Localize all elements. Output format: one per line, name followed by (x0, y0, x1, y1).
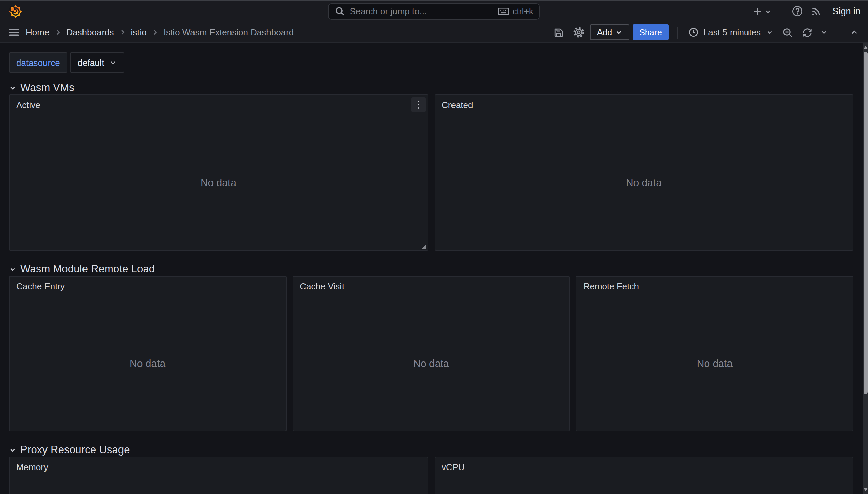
chevron-down-icon (110, 59, 117, 66)
chevron-up-icon (850, 28, 859, 37)
zoom-out-icon (782, 27, 793, 38)
panel-title[interactable]: Created (442, 100, 473, 110)
panel-row-proxy-resource-usage: Memory vCPU (9, 457, 853, 494)
mega-menu-button[interactable] (5, 24, 22, 40)
variable-value: default (78, 57, 104, 68)
vertical-scrollbar (863, 43, 868, 494)
grafana-logo-icon (9, 4, 22, 18)
panel-body: No data (10, 296, 285, 431)
search-shortcut: ctrl+k (498, 6, 533, 16)
dashboard-toolbar: Home Dashboards istio Istio Wasm Extensi… (0, 22, 868, 43)
add-panel-button[interactable]: Add (590, 24, 629, 40)
section-header-wasm-module-remote-load[interactable]: Wasm Module Remote Load (9, 262, 853, 276)
panel-memory: Memory (9, 457, 428, 494)
chevron-down-icon (615, 29, 622, 36)
panel-header: Memory (10, 457, 427, 476)
no-data-message: No data (626, 176, 662, 188)
scrollbar-up-arrow[interactable] (863, 46, 867, 49)
collapse-toolbar-button[interactable] (846, 24, 863, 40)
section-title: Proxy Resource Usage (20, 444, 130, 456)
scrollbar-down-arrow[interactable] (863, 488, 867, 491)
breadcrumb-current-dashboard: Istio Wasm Extension Dashboard (164, 27, 294, 37)
chevron-right-icon (54, 29, 61, 36)
shortcut-label: ctrl+k (513, 6, 533, 16)
menu-hamburger-icon (8, 27, 19, 38)
panel-cache-entry: Cache Entry No data (9, 276, 286, 431)
breadcrumb-dashboards[interactable]: Dashboards (66, 27, 114, 37)
top-nav: Search or jump to... ctrl+k (0, 0, 868, 22)
panel-title[interactable]: Active (16, 100, 40, 110)
toolbar-actions: Add Share Last 5 minutes (551, 24, 863, 40)
panel-header: Cache Visit (293, 277, 569, 296)
chevron-down-icon (820, 29, 828, 36)
panel-title[interactable]: vCPU (442, 462, 465, 472)
panel-title[interactable]: Remote Fetch (584, 281, 639, 291)
no-data-message: No data (130, 357, 165, 369)
dashboard-settings-button[interactable] (571, 24, 587, 40)
panel-title[interactable]: Memory (16, 462, 48, 472)
panel-header: Active (10, 95, 427, 114)
section-title: Wasm VMs (20, 82, 74, 94)
chevron-down-icon (9, 265, 16, 273)
chevron-right-icon (151, 29, 159, 36)
search-placeholder: Search or jump to... (350, 6, 493, 16)
search-input[interactable]: Search or jump to... ctrl+k (328, 3, 540, 19)
keyboard-icon (498, 6, 509, 16)
share-button[interactable]: Share (632, 24, 669, 40)
panel-title[interactable]: Cache Entry (16, 281, 65, 291)
panel-header: Created (435, 95, 853, 114)
grafana-logo[interactable] (7, 3, 24, 19)
resize-corner-icon[interactable] (421, 244, 426, 249)
panel-body: No data (435, 114, 853, 250)
dashboard-content: datasource default Wasm VMs Active (0, 43, 868, 494)
panel-header: Cache Entry (10, 277, 285, 296)
clock-icon (688, 27, 699, 37)
save-dashboard-button[interactable] (551, 24, 567, 40)
no-data-message: No data (697, 357, 733, 369)
chevron-down-icon (765, 29, 773, 36)
refresh-interval-button[interactable] (818, 24, 829, 40)
divider (677, 26, 678, 38)
time-range-picker[interactable]: Last 5 minutes (686, 24, 776, 40)
panel-header: vCPU (435, 457, 853, 476)
panel-created: Created No data (434, 94, 853, 251)
new-menu-button[interactable] (751, 3, 773, 19)
panel-row-wasm-vms: Active No data Created No data (9, 94, 853, 251)
no-data-message: No data (201, 176, 236, 188)
zoom-out-time-button[interactable] (779, 24, 795, 40)
no-data-message: No data (413, 357, 449, 369)
refresh-button[interactable] (799, 24, 815, 40)
breadcrumb: Home Dashboards istio Istio Wasm Extensi… (5, 24, 294, 40)
panel-body: No data (293, 296, 569, 431)
save-icon (554, 27, 565, 38)
variables-row: datasource default (9, 52, 853, 73)
panel-remote-fetch: Remote Fetch No data (576, 276, 853, 431)
divider (781, 5, 781, 17)
breadcrumb-folder[interactable]: istio (131, 27, 147, 37)
chevron-down-icon (9, 446, 16, 454)
plus-icon (752, 6, 763, 17)
panel-body: No data (10, 114, 427, 250)
panel-cache-visit: Cache Visit No data (292, 276, 570, 431)
sign-in-link[interactable]: Sign in (832, 6, 861, 16)
news-button[interactable] (808, 3, 824, 19)
variable-label: datasource (9, 52, 68, 73)
kebab-menu-icon (418, 101, 419, 102)
search-icon (335, 6, 345, 16)
news-rss-icon (811, 6, 821, 17)
panel-menu-button[interactable] (411, 97, 425, 112)
time-range-label: Last 5 minutes (703, 27, 761, 37)
refresh-icon (801, 27, 812, 38)
breadcrumb-home[interactable]: Home (26, 27, 49, 37)
scrollbar-thumb[interactable] (863, 52, 867, 394)
section-header-wasm-vms[interactable]: Wasm VMs (9, 81, 853, 94)
add-button-label: Add (597, 28, 612, 37)
section-header-proxy-resource-usage[interactable]: Proxy Resource Usage (9, 443, 853, 457)
chevron-right-icon (119, 29, 126, 36)
datasource-variable-dropdown[interactable]: default (70, 52, 125, 73)
panel-title[interactable]: Cache Visit (300, 281, 344, 291)
help-button[interactable] (789, 3, 805, 19)
top-nav-right: Sign in (751, 3, 861, 19)
panel-header: Remote Fetch (577, 277, 853, 296)
section-title: Wasm Module Remote Load (20, 263, 155, 275)
